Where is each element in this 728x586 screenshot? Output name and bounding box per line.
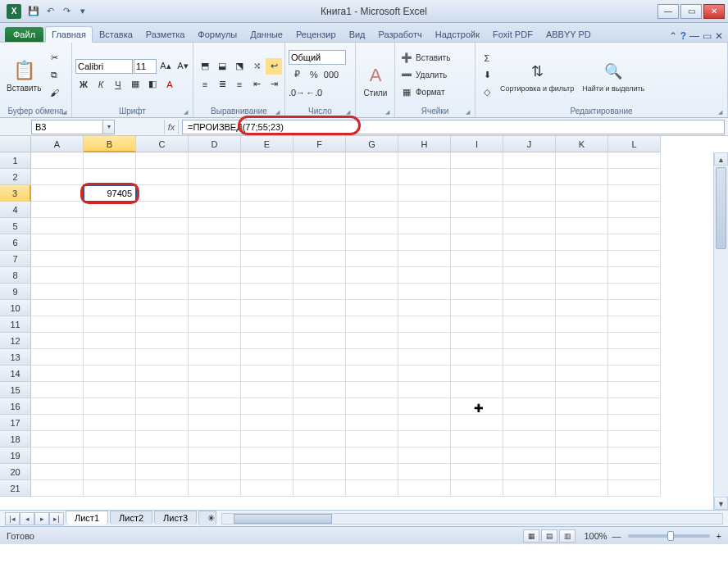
cell[interactable]: [346, 251, 398, 267]
cell[interactable]: [451, 218, 503, 234]
hscroll-thumb[interactable]: [234, 514, 332, 524]
cell[interactable]: [241, 464, 293, 480]
cell[interactable]: [346, 415, 398, 431]
wrap-text-icon[interactable]: ↩: [266, 58, 282, 75]
decrease-decimal-icon[interactable]: ←.0: [306, 84, 322, 101]
cell[interactable]: [84, 202, 136, 218]
cell[interactable]: [293, 234, 346, 251]
cell[interactable]: [451, 267, 503, 284]
column-header[interactable]: A: [31, 136, 84, 152]
redo-button[interactable]: ↷: [59, 4, 74, 19]
cell[interactable]: [346, 284, 398, 300]
cell[interactable]: [189, 185, 241, 202]
scroll-down-icon[interactable]: ▼: [714, 497, 728, 510]
cell[interactable]: [189, 218, 241, 234]
cell[interactable]: [398, 169, 451, 185]
cell[interactable]: [136, 398, 189, 415]
cell[interactable]: [31, 480, 84, 497]
cell[interactable]: [608, 398, 661, 415]
cell[interactable]: [293, 316, 346, 333]
cell[interactable]: [136, 316, 189, 333]
cell[interactable]: [503, 300, 556, 316]
cell[interactable]: [556, 349, 608, 366]
autosum-icon[interactable]: Σ: [479, 50, 495, 66]
cell[interactable]: [31, 218, 84, 234]
align-center-icon[interactable]: ≣: [214, 76, 230, 93]
cell[interactable]: [398, 415, 451, 431]
number-format-input[interactable]: [289, 50, 346, 65]
cell[interactable]: [451, 382, 503, 398]
cell[interactable]: [346, 349, 398, 366]
cell[interactable]: [346, 333, 398, 349]
sheet-tab-2[interactable]: Лист2: [110, 511, 152, 525]
view-normal-button[interactable]: ▦: [523, 529, 539, 543]
cell[interactable]: [398, 366, 451, 382]
cell[interactable]: [189, 464, 241, 480]
cell[interactable]: [84, 300, 136, 316]
cell[interactable]: [451, 431, 503, 447]
cell[interactable]: [398, 202, 451, 218]
bold-button[interactable]: Ж: [75, 76, 92, 93]
cell[interactable]: [241, 431, 293, 447]
sheet-nav-last[interactable]: ▸|: [49, 512, 64, 525]
cell[interactable]: [136, 333, 189, 349]
cell[interactable]: [293, 152, 346, 169]
cell[interactable]: [556, 382, 608, 398]
cell[interactable]: [398, 267, 451, 284]
cell[interactable]: [241, 251, 293, 267]
cell[interactable]: [293, 398, 346, 415]
cell[interactable]: [556, 316, 608, 333]
cell[interactable]: [84, 398, 136, 415]
cell[interactable]: [556, 480, 608, 497]
cell[interactable]: [241, 398, 293, 415]
cell[interactable]: [608, 185, 661, 202]
cell[interactable]: [556, 431, 608, 447]
doc-restore-icon[interactable]: ▭: [703, 30, 712, 42]
cell[interactable]: [293, 300, 346, 316]
row-header[interactable]: 8: [0, 267, 31, 284]
cell[interactable]: [398, 185, 451, 202]
cell[interactable]: [503, 284, 556, 300]
row-header[interactable]: 15: [0, 382, 31, 398]
scroll-up-icon[interactable]: ▲: [714, 152, 728, 166]
namebox-dropdown-icon[interactable]: ▾: [103, 120, 115, 134]
tab-insert[interactable]: Вставка: [93, 26, 139, 42]
cell[interactable]: [556, 234, 608, 251]
cell[interactable]: [31, 447, 84, 464]
cell[interactable]: [451, 202, 503, 218]
cell[interactable]: [136, 480, 189, 497]
cell[interactable]: [503, 267, 556, 284]
tab-addins[interactable]: Надстройк: [429, 26, 486, 42]
cell[interactable]: [346, 152, 398, 169]
tab-formulas[interactable]: Формулы: [191, 26, 243, 42]
cell[interactable]: [398, 316, 451, 333]
cell[interactable]: [84, 480, 136, 497]
cell[interactable]: [608, 267, 661, 284]
cell[interactable]: [608, 152, 661, 169]
cell[interactable]: [451, 185, 503, 202]
cell[interactable]: [84, 152, 136, 169]
cell[interactable]: [608, 234, 661, 251]
cell[interactable]: [346, 169, 398, 185]
cell[interactable]: [503, 152, 556, 169]
cell[interactable]: [503, 431, 556, 447]
cell[interactable]: [136, 234, 189, 251]
cell[interactable]: [31, 316, 84, 333]
delete-cells-icon[interactable]: ➖: [398, 67, 415, 84]
column-header[interactable]: L: [608, 136, 661, 152]
tab-home[interactable]: Главная: [45, 26, 93, 43]
cell[interactable]: [241, 267, 293, 284]
tab-view[interactable]: Вид: [343, 26, 372, 42]
cell[interactable]: [84, 464, 136, 480]
cell[interactable]: [503, 464, 556, 480]
cell[interactable]: [136, 152, 189, 169]
column-header[interactable]: G: [346, 136, 398, 152]
cell[interactable]: [608, 349, 661, 366]
increase-indent-icon[interactable]: ⇥: [266, 76, 282, 93]
cell[interactable]: [84, 349, 136, 366]
cell[interactable]: [84, 316, 136, 333]
cell[interactable]: [346, 382, 398, 398]
cell[interactable]: [556, 333, 608, 349]
cell[interactable]: [503, 480, 556, 497]
cell[interactable]: [31, 382, 84, 398]
